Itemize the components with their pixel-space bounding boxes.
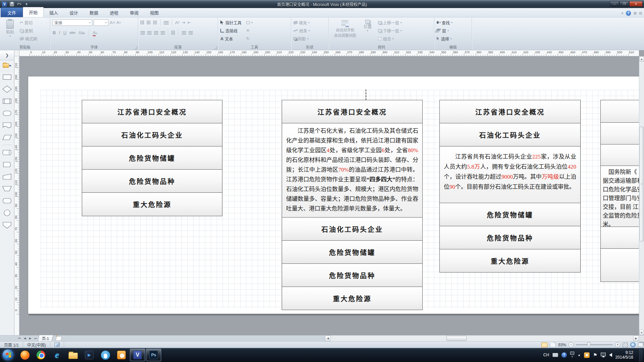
flow-box-title[interactable]: 江苏省港口安全概况 [439, 100, 581, 123]
zoom-out-icon[interactable]: − [569, 342, 574, 347]
stencil-shape-card[interactable] [0, 159, 14, 171]
stencil-shape-rectangle[interactable] [0, 71, 14, 83]
cut-button[interactable]: ✂剪切 [19, 18, 38, 26]
status-page-indicator[interactable]: 页面 1/1 [0, 342, 23, 348]
flow-box-title[interactable]: 江苏省港口安全概况 [282, 100, 423, 123]
flow-box[interactable] [600, 100, 639, 123]
stencil-shape-trapezoid[interactable] [0, 171, 14, 183]
scroll-left-button[interactable]: ◀ [325, 336, 331, 341]
line-spacing-left-icon[interactable] [141, 20, 145, 24]
tab-home[interactable]: 开始 [23, 7, 44, 17]
flow-box[interactable] [600, 248, 639, 282]
align-center-icon[interactable] [147, 31, 152, 35]
maximize-button[interactable]: ❐ [620, 1, 629, 7]
shrink-font-icon[interactable]: A˅ [116, 20, 121, 24]
collapse-ribbon-icon[interactable]: ˄ [621, 11, 623, 15]
flow-box[interactable]: 重大危险源 [282, 287, 423, 310]
change-case-button[interactable]: Aa▾ [78, 30, 85, 35]
strikethrough-button[interactable]: abc [69, 31, 75, 35]
scroll-right-button[interactable]: ▶ [633, 336, 639, 341]
volume-icon[interactable] [609, 353, 612, 357]
flow-box-title[interactable]: 江苏省港口安全概况 [82, 100, 222, 123]
tray-help-icon[interactable]: ? [561, 352, 567, 358]
italic-button[interactable]: I [59, 30, 60, 35]
minimize-button[interactable]: — [610, 1, 619, 7]
flow-box[interactable]: 危险货物品种 [82, 169, 222, 193]
stencil-shape-inverted-trapezoid[interactable] [0, 183, 14, 195]
stencil-shape-document[interactable] [0, 119, 14, 131]
stencil-shape-cylinder[interactable] [0, 146, 14, 159]
copy-button[interactable]: 复制 [19, 26, 38, 35]
zoom-slider[interactable] [576, 344, 613, 345]
find-button[interactable]: 查找▾ [436, 18, 470, 26]
action-center-flag-icon[interactable]: ⚑ [593, 352, 597, 358]
stencil-shape-parallelogram[interactable] [0, 131, 14, 143]
hidden-icons-chevron[interactable]: ▲ [578, 353, 581, 357]
font-name-combo[interactable]: 宋体▾ [53, 19, 92, 26]
stencil-shape-diamond[interactable] [0, 83, 14, 95]
indent-left-arrow-icon[interactable]: ⇤ [187, 20, 191, 25]
align-right-icon[interactable] [154, 31, 158, 35]
clock-app-icon[interactable] [584, 352, 590, 358]
expand-shapes-panel-button[interactable]: ❯ [0, 50, 14, 60]
flow-box[interactable]: 重大危险源 [82, 192, 222, 216]
flow-box[interactable]: 危险货物品种 [282, 263, 423, 287]
zoom-slider-thumb[interactable] [587, 342, 590, 347]
insert-page-icon[interactable] [55, 336, 62, 341]
align-left-icon[interactable] [141, 31, 145, 35]
zoom-window-icon[interactable]: ✛ [630, 342, 636, 347]
tab-process[interactable]: 进程 [104, 8, 124, 17]
status-language[interactable]: 中文(中国) [23, 342, 50, 348]
last-page-button[interactable]: ⏭ [33, 336, 38, 341]
normal-view-icon[interactable] [541, 343, 547, 347]
taskbar-photoshop[interactable]: Ps [146, 349, 161, 361]
group-button[interactable]: 组合▾ [377, 35, 403, 43]
tab-file[interactable]: 文件 [1, 7, 23, 17]
next-page-button[interactable]: ▶ [28, 336, 33, 341]
vertical-scroll-thumb[interactable] [640, 127, 644, 241]
stencil-shape-circle[interactable] [0, 207, 14, 219]
text-tool-button[interactable]: A文本 [219, 35, 243, 43]
taskbar-mail-app[interactable] [114, 349, 129, 361]
bring-forward-button[interactable]: 上移一层▾ [377, 18, 403, 26]
tray-window-icon[interactable]: ˅ [570, 352, 574, 358]
stencil-shape-subprocess[interactable] [0, 95, 14, 107]
flow-box[interactable]: 危险货物储罐 [82, 146, 222, 170]
switch-windows-icon[interactable] [638, 343, 643, 347]
bold-button[interactable]: B [53, 30, 56, 35]
taskbar-firefox[interactable] [17, 349, 33, 361]
text-direction-icon[interactable] [171, 31, 175, 35]
horizontal-ruler[interactable]: 0102030405060708090100110120130140150160… [19, 50, 639, 56]
auto-align-button[interactable]: 自动对齐和 自动调整间距 [330, 18, 360, 38]
superscript-icon[interactable]: A² [175, 20, 179, 25]
rectangle-tool-button[interactable]: ▾ [245, 18, 254, 26]
zoom-in-icon[interactable]: + [615, 342, 620, 347]
show-desktop-button[interactable] [639, 348, 643, 362]
doc-minimize-icon[interactable]: ⊟ [634, 11, 636, 15]
flow-box[interactable]: 危险货物储罐 [282, 240, 423, 264]
flow-box-paragraph[interactable]: 江苏是个石化大省，石油化工码头及其仓储式石化产业的基础支撑和生命线，依托沿江港口… [282, 123, 423, 218]
taskbar-qq[interactable] [98, 349, 113, 361]
scroll-up-button[interactable]: ▲ [639, 56, 644, 62]
scroll-down-button[interactable]: ▼ [639, 330, 644, 335]
data-graphics-icon[interactable] [50, 342, 64, 348]
grow-font-icon[interactable]: A˄ [110, 20, 115, 25]
stencil-shape-stadium[interactable] [0, 107, 14, 119]
select-button[interactable]: 选择▾ [436, 35, 470, 43]
prev-page-button[interactable]: ◀ [22, 336, 28, 341]
connector-button[interactable]: 连接线 [219, 26, 243, 35]
taskbar-media-app[interactable]: ▶ [82, 349, 97, 361]
flow-box-paragraph[interactable]: 江苏省共有石油化工码头企业225家，涉及从业人员大约5.8万人，拥有专业化石油化… [439, 146, 581, 203]
font-color-button[interactable]: A▾ [93, 30, 97, 35]
underline-button[interactable]: U [63, 30, 66, 35]
tab-view[interactable]: 视图 [144, 8, 164, 17]
flow-box[interactable]: 石油化工码头企业 [82, 123, 222, 146]
status-zoom-value[interactable]: 93% [558, 343, 566, 347]
paste-button[interactable]: 粘贴▾ [1, 18, 19, 43]
paragraph-dialog-launcher-icon[interactable] [214, 46, 217, 49]
stencil-shape-shield[interactable] [0, 219, 14, 231]
fullscreen-view-icon[interactable] [550, 343, 556, 347]
decrease-indent-icon[interactable] [182, 31, 186, 35]
doc-restore-icon[interactable]: ⊡ [639, 11, 642, 15]
first-page-button[interactable]: ⏮ [17, 336, 22, 341]
